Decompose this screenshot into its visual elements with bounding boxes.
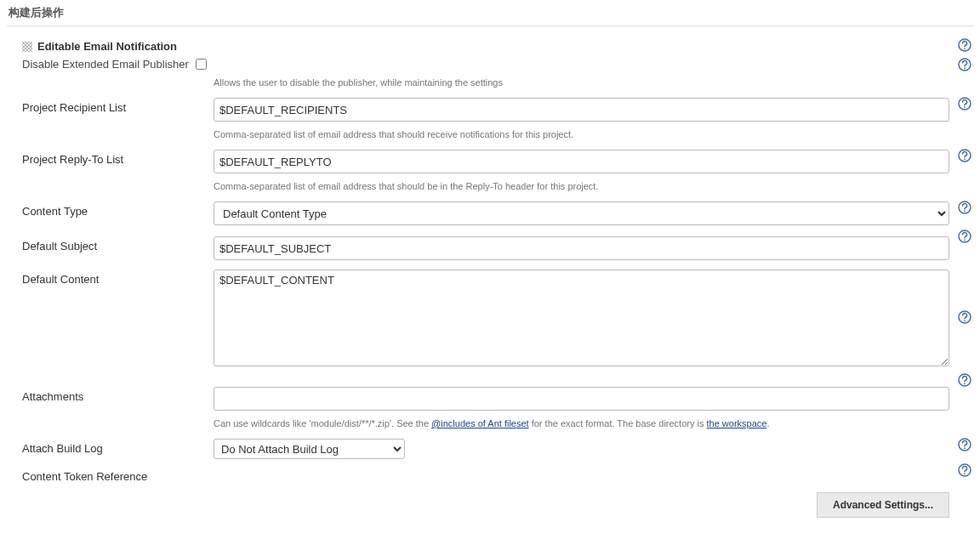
help-icon[interactable] (958, 97, 971, 111)
recipient-input[interactable] (214, 98, 949, 122)
help-icon[interactable] (958, 149, 971, 162)
attachments-label: Attachments (22, 387, 214, 403)
attachments-help-mid: for the exact format. The base directory… (529, 418, 707, 428)
attachments-input[interactable] (214, 387, 949, 411)
content-textarea[interactable] (214, 270, 949, 366)
block-title-row: Editable Email Notification (22, 37, 177, 56)
help-icon[interactable] (958, 230, 971, 243)
block-title: Editable Email Notification (37, 40, 177, 53)
replyto-input[interactable] (214, 150, 949, 173)
attachments-help: Can use wildcards like 'module/dist/**/*… (214, 416, 949, 434)
section-header: 构建后操作 (7, 0, 973, 26)
replyto-label: Project Reply-To List (22, 150, 214, 166)
drag-handle-icon[interactable] (22, 42, 32, 52)
disable-publisher-label: Disable Extended Email Publisher (22, 58, 189, 71)
recipient-help: Comma-separated list of email address th… (214, 127, 949, 145)
help-icon[interactable] (958, 463, 971, 477)
help-icon[interactable] (958, 201, 971, 214)
email-notification-block: Editable Email Notification Disable Exte… (7, 33, 973, 521)
attach-log-select[interactable]: Do Not Attach Build Log (214, 439, 405, 459)
help-icon[interactable] (958, 38, 971, 52)
workspace-link[interactable]: the workspace (707, 418, 767, 428)
attachments-help-post: . (766, 418, 769, 428)
subject-label: Default Subject (22, 236, 214, 252)
recipient-label: Project Recipient List (22, 98, 214, 114)
help-icon[interactable] (958, 58, 971, 71)
help-icon[interactable] (958, 373, 971, 387)
attachments-help-pre: Can use wildcards like 'module/dist/**/*… (214, 418, 431, 428)
help-icon[interactable] (958, 310, 971, 324)
content-type-select[interactable]: Default Content Type (214, 201, 949, 225)
attach-log-label: Attach Build Log (22, 439, 214, 455)
content-type-label: Content Type (22, 201, 214, 218)
help-icon[interactable] (958, 438, 971, 451)
content-label: Default Content (22, 270, 214, 286)
replyto-help: Comma-separated list of email address th… (214, 179, 949, 196)
ant-fileset-link[interactable]: @includes of Ant fileset (431, 418, 529, 428)
subject-input[interactable] (214, 236, 949, 260)
advanced-settings-button[interactable]: Advanced Settings... (817, 492, 949, 518)
token-ref-label: Content Token Reference (22, 467, 214, 483)
disable-publisher-help: Allows the user to disable the publisher… (214, 75, 949, 93)
disable-publisher-checkbox[interactable] (196, 59, 207, 70)
